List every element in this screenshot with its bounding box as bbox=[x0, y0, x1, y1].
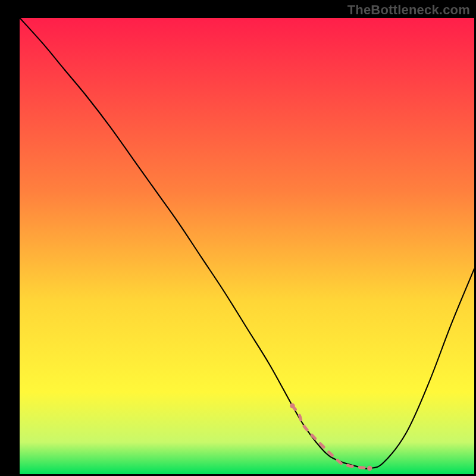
bottleneck-chart-container: TheBottleneck.com bbox=[0, 0, 476, 476]
highlight-endpoint bbox=[367, 466, 372, 471]
watermark-label: TheBottleneck.com bbox=[347, 2, 470, 18]
chart-background-gradient bbox=[20, 18, 474, 474]
chart-svg bbox=[0, 0, 476, 476]
